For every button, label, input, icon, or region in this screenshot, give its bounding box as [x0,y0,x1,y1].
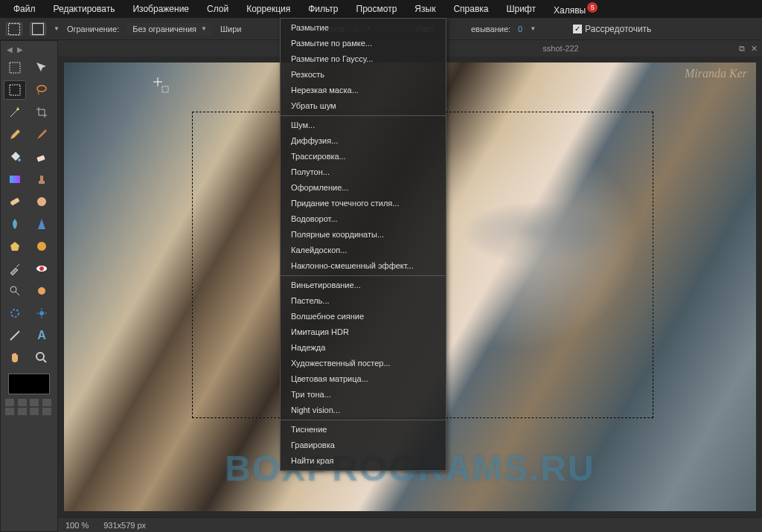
filter-item[interactable]: Волшебное сияние [281,309,446,324]
menu-view[interactable]: Просмотр [349,1,405,17]
filter-item[interactable]: Надежда [281,340,446,356]
filter-item[interactable]: Виньетирование... [281,278,446,293]
filter-item[interactable]: Придание точечного стиля... [281,196,446,211]
tool-sharpen[interactable] [31,214,53,234]
menu-font[interactable]: Шрифт [499,1,542,17]
tool-color-replace[interactable] [31,237,53,256]
filter-item[interactable]: Три тона... [281,387,446,403]
foreground-color[interactable] [8,374,50,394]
filter-item[interactable]: Наклонно-смешенный эффект... [281,258,446,274]
detach-icon[interactable]: ⧉ [739,44,745,54]
filter-item[interactable]: Размытие [281,20,446,36]
tool-eraser[interactable] [31,147,53,167]
tool-line[interactable] [4,326,26,345]
filter-item[interactable]: Трассировка... [281,149,446,164]
filter-item[interactable]: Шум... [281,118,446,133]
tool-marquee-select[interactable] [4,80,26,100]
filter-item[interactable]: Убрать шум [281,98,446,114]
tool-marquee-rect[interactable] [4,58,26,77]
tool-smudge[interactable] [31,192,53,211]
tool-pen[interactable] [4,304,26,323]
filter-item[interactable]: Полутон... [281,164,446,180]
tool-bucket[interactable] [4,147,26,167]
filter-item[interactable]: Цветовая матрица... [281,371,446,387]
defocus-checkbox[interactable]: ✓ Рассредоточить [573,24,651,34]
crosshair-cursor-icon [152,76,170,96]
menu-layer[interactable]: Слой [199,1,236,17]
filter-item[interactable]: Нерезкая маска... [281,83,446,98]
filter-item[interactable]: Размытие по Гауссу... [281,51,446,67]
filter-item[interactable]: Night vision... [281,403,446,418]
menu-help[interactable]: Справка [446,1,496,17]
filter-item[interactable]: Водоворот... [281,211,446,227]
swatch[interactable] [18,408,27,415]
document-tab[interactable]: sshot-222 [542,44,578,53]
selection-mode-new-icon[interactable] [6,22,22,36]
swatch[interactable] [42,399,51,406]
prev-icon[interactable]: ◀ [7,45,13,54]
menu-image[interactable]: Изображение [125,1,196,17]
tool-wand[interactable] [4,103,26,122]
svg-rect-21 [162,86,168,92]
swatch[interactable] [18,399,27,406]
filter-item[interactable]: Полярные координаты... [281,227,446,243]
filter-item[interactable]: Пастель... [281,293,446,309]
swatch[interactable] [42,408,51,415]
chevron-down-icon[interactable]: ▼ [54,25,60,32]
menu-language[interactable]: Язык [407,1,443,17]
menu-filter[interactable]: Фильтр [301,1,345,17]
filter-item[interactable]: Диффузия... [281,133,446,149]
menu-correction[interactable]: Коррекция [239,1,298,17]
svg-point-6 [18,158,21,161]
filter-item[interactable]: Калейдоскоп... [281,243,446,258]
zoom-level[interactable]: 100 % [65,521,89,530]
tool-dodge[interactable] [4,281,26,301]
next-icon[interactable]: ▶ [17,45,23,54]
swatch[interactable] [30,408,39,415]
tool-pencil[interactable] [4,125,26,144]
menu-file[interactable]: Файл [6,1,43,17]
swatch[interactable] [30,399,39,406]
separator [281,115,446,116]
filter-item[interactable]: Имитация HDR [281,324,446,340]
tool-text[interactable]: A [31,326,53,345]
chevron-down-icon[interactable]: ▼ [530,25,536,32]
tool-move-center[interactable] [31,304,53,323]
svg-rect-8 [10,176,20,183]
swatch[interactable] [5,399,14,406]
tool-stamp[interactable] [31,170,53,189]
statusbar: 100 % 931x579 px [58,517,762,532]
filter-item[interactable]: Резкость [281,67,446,83]
tool-redeye[interactable] [31,259,53,278]
menu-edit[interactable]: Редактировать [46,1,123,17]
tool-eyedropper[interactable] [4,259,26,278]
filter-item[interactable]: Оформление... [281,180,446,196]
width-label: Шири [220,25,242,33]
svg-point-4 [37,86,46,92]
selection-mode-add-icon[interactable] [30,22,46,36]
feather-value[interactable]: 0 [518,25,522,33]
close-icon[interactable]: ✕ [751,44,758,54]
tool-burn[interactable] [31,281,53,301]
tool-move[interactable] [31,58,53,77]
svg-point-13 [37,242,46,251]
tool-brush[interactable] [31,125,53,144]
filter-item[interactable]: Гравировка [281,438,446,453]
tool-hand[interactable] [4,348,26,368]
tool-heal[interactable] [4,192,26,211]
filter-item[interactable]: Размытие по рамке... [281,36,446,51]
tool-gradient[interactable] [4,170,26,189]
svg-rect-10 [40,176,43,181]
tool-sponge[interactable] [4,237,26,256]
filter-item[interactable]: Тиснение [281,422,446,438]
swatch[interactable] [5,408,14,415]
tool-crop[interactable] [31,103,53,122]
filter-item[interactable]: Найти края [281,453,446,469]
menu-freebies[interactable]: Халявы5 [546,0,605,19]
tool-zoom[interactable] [31,348,53,368]
tool-blur[interactable] [4,214,26,234]
filter-item[interactable]: Художественный постер... [281,356,446,371]
tool-lasso[interactable] [31,80,53,100]
constraint-combo[interactable]: Без ограничения▼ [127,23,213,35]
svg-rect-0 [9,23,20,34]
